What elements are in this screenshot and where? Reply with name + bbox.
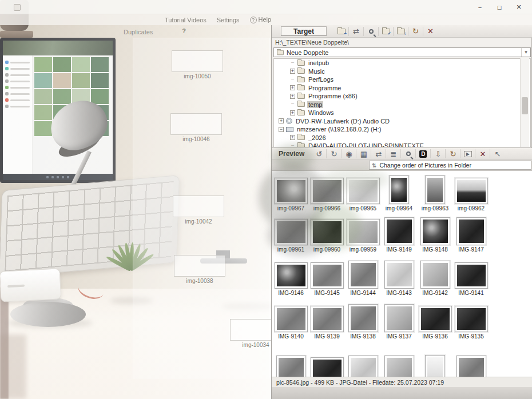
thumbnail-IMG-9143[interactable]: IMG-9143: [381, 259, 417, 297]
thumbnail-cropped[interactable]: [417, 346, 453, 377]
search-icon[interactable]: [364, 26, 378, 37]
pointer-icon[interactable]: ↖: [491, 149, 504, 159]
tree-item-programme-x86-[interactable]: +Programme (x86): [274, 92, 530, 101]
change-order-button[interactable]: ⇅ Change order of Pictures in Folder: [369, 161, 531, 170]
target-tab[interactable]: Target: [281, 26, 327, 36]
thumbnail-IMG-9149[interactable]: IMG-9149: [381, 216, 417, 253]
thumbnail-IMG-9141[interactable]: IMG-9141: [453, 259, 489, 297]
rename-folder-icon[interactable]: ⇄: [350, 26, 363, 37]
thumbnail-image: [459, 220, 484, 243]
main-panel: Target +⇄✓↓↻✕ H:\_TEXTE\Neue Doppelte\ N…: [271, 25, 532, 399]
tree-item-temp[interactable]: ‒temp: [274, 101, 530, 109]
tree-expander[interactable]: +: [290, 110, 295, 115]
thumbnail-image: [313, 180, 342, 202]
tree-item-label: Music: [307, 68, 326, 75]
minimize-button[interactable]: −: [470, 0, 490, 14]
thumbnail-IMG-9144[interactable]: IMG-9144: [345, 259, 381, 297]
tree-expander[interactable]: +: [290, 94, 295, 99]
tree-item-inetpub[interactable]: ‒inetpub: [274, 59, 530, 67]
thumbnail-img-09963[interactable]: img-09963: [417, 174, 453, 212]
help-question-icon[interactable]: ?: [180, 27, 188, 35]
tree-scrollbar[interactable]: [520, 58, 529, 147]
thumbnail-cropped[interactable]: [453, 346, 489, 377]
close-button[interactable]: ✕: [509, 0, 529, 14]
maximize-button[interactable]: □: [490, 0, 509, 14]
tree-item-david-auto-pilot-und-spinntexte[interactable]: ‒DAVID-AUTO-PILOT-UND-SPINNTEXTE: [274, 142, 530, 147]
toolbar-separator: [371, 149, 371, 158]
tree-item-dvd-rw-laufwerk-d-audio-cd[interactable]: +DVD-RW-Laufwerk (D:) Audio CD: [274, 117, 530, 126]
thumbnail-IMG-9138[interactable]: IMG-9138: [345, 302, 381, 340]
thumbnail-cropped[interactable]: [345, 346, 381, 377]
file-list-icon[interactable]: ≣: [387, 149, 400, 159]
delete-icon[interactable]: ✕: [424, 26, 437, 37]
thumbnail-IMG-9135[interactable]: IMG-9135: [453, 302, 489, 340]
tree-expander[interactable]: +: [290, 135, 295, 140]
thumbnail-img-09967[interactable]: img-09967: [273, 174, 309, 212]
folder-select[interactable]: Neue Doppelte ▾: [273, 47, 531, 57]
tree-scrollbar-thumb[interactable]: [522, 97, 528, 114]
thumbnail-IMG-9139[interactable]: IMG-9139: [309, 302, 345, 340]
tree-item-perflogs[interactable]: ‒PerfLogs: [274, 75, 530, 84]
thumbnail-img-09964[interactable]: img-09964: [381, 174, 417, 212]
thumbnail-image: [457, 265, 486, 286]
thumbnail-cropped[interactable]: [309, 346, 345, 377]
thumbnail-IMG-9145[interactable]: IMG-9145: [309, 259, 345, 297]
refresh-icon[interactable]: ↻: [409, 26, 422, 37]
tree-item-music[interactable]: +Music: [274, 67, 530, 76]
thumbnail-IMG-9140[interactable]: IMG-9140: [273, 302, 309, 340]
menu-item-help[interactable]: ?Help: [250, 16, 272, 23]
delete-picture-icon[interactable]: ✕: [476, 149, 489, 159]
tree-expander[interactable]: −: [279, 127, 284, 132]
thumbnail-img-09962[interactable]: img-09962: [453, 174, 489, 212]
thumbnail-img-09965[interactable]: img-09965: [345, 174, 381, 212]
thumbnail-IMG-9147[interactable]: IMG-9147: [453, 216, 489, 253]
browse-folder-icon[interactable]: +: [335, 26, 348, 37]
save-folder-icon[interactable]: ↓: [394, 26, 407, 37]
mark-pictures-icon[interactable]: ◉: [342, 149, 355, 159]
rename-pictures-icon[interactable]: ⇄: [372, 149, 385, 159]
zoom-picture-icon[interactable]: [402, 149, 415, 159]
toolbar-separator: [490, 149, 490, 158]
duplicate-filter-icon[interactable]: D: [416, 149, 430, 159]
folder-icon: [297, 135, 305, 140]
thumbnail-IMG-9142[interactable]: IMG-9142: [417, 259, 453, 297]
thumbnail-IMG-9137[interactable]: IMG-9137: [381, 302, 417, 340]
thumbnail-row: IMG-9140IMG-9139IMG-9138IMG-9137IMG-9136…: [273, 302, 489, 340]
slideshow-icon[interactable]: ▶: [461, 149, 474, 159]
refresh-icon[interactable]: ↻: [446, 149, 459, 159]
thumbnail-row: [273, 346, 489, 377]
tree-expander[interactable]: +: [290, 69, 295, 74]
thumbnail-frame: [384, 217, 414, 245]
rotate-left-icon[interactable]: ↺: [312, 149, 325, 159]
thumbnail-IMG-9146[interactable]: IMG-9146: [273, 259, 309, 297]
tree-item-programme[interactable]: +Programme: [274, 84, 530, 93]
toolbar-separator: [400, 149, 401, 158]
chevron-down-icon[interactable]: ▾: [521, 48, 530, 57]
thumbnail-label: IMG-9143: [386, 290, 411, 297]
thumbnail-cropped[interactable]: [381, 346, 417, 377]
thumbnail-img-09959[interactable]: img-09959: [345, 216, 381, 253]
target-header: Target +⇄✓↓↻✕: [272, 25, 532, 38]
edit-folder-icon[interactable]: ✓: [379, 26, 392, 37]
tree-connector: ‒: [290, 61, 295, 66]
tree-item-nmzserver-192-168-0-2-h-[interactable]: −nmzserver (\\192.168.0.2) (H:): [274, 125, 530, 134]
rotate-right-icon[interactable]: ↻: [327, 149, 340, 159]
grid-view-icon[interactable]: ▦: [357, 149, 370, 159]
thumbnail-img-09961[interactable]: img-09961: [273, 216, 309, 253]
thumbnail-label: IMG-9136: [422, 333, 447, 340]
thumbnail-cropped[interactable]: [273, 346, 309, 377]
tree-item--2026[interactable]: +_2026: [274, 134, 530, 142]
thumbnail-IMG-9136[interactable]: IMG-9136: [417, 302, 453, 340]
tree-expander[interactable]: +: [290, 85, 295, 90]
move-to-folder-icon[interactable]: ⇩: [431, 149, 444, 159]
menu-item-tutorial-videos[interactable]: Tutorial Videos: [165, 17, 207, 23]
ghost-thumbnail: [172, 50, 223, 72]
menu-item-settings[interactable]: Settings: [217, 17, 240, 23]
thumbnail-label: img-09967: [277, 205, 304, 212]
thumbnail-img-09960[interactable]: img-09960: [309, 216, 345, 253]
tree-expander[interactable]: +: [279, 118, 284, 123]
thumbnail-IMG-9148[interactable]: IMG-9148: [417, 216, 453, 253]
thumbnail-img-09966[interactable]: img-09966: [309, 174, 345, 212]
tree-item-windows[interactable]: +Windows: [274, 109, 530, 117]
thumbnail-frame: [455, 306, 488, 332]
